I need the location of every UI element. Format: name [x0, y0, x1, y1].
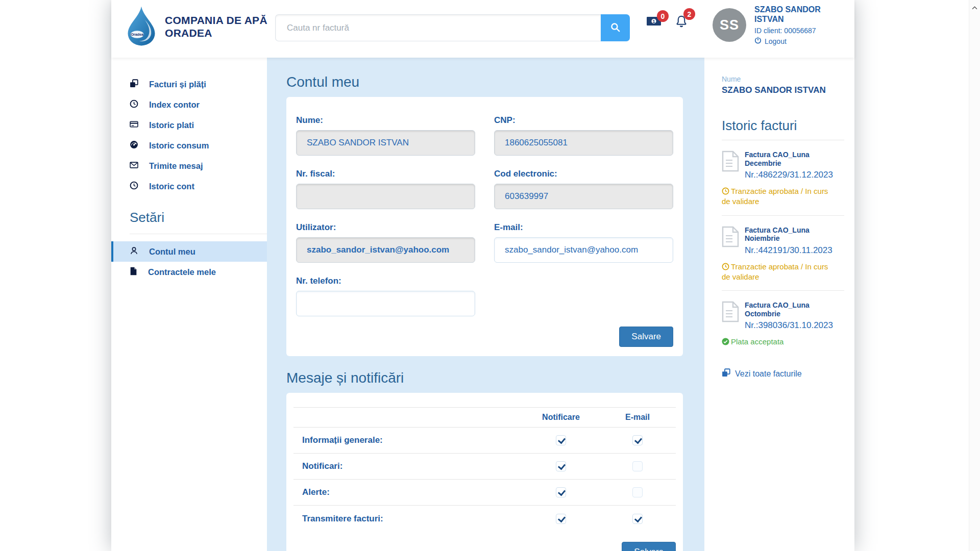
cnp-label: CNP: — [494, 115, 673, 126]
sidebar-item-contul-meu[interactable]: Contul meu — [111, 241, 267, 262]
page-scrollbar[interactable] — [969, 0, 980, 551]
table-row: Informații generale: — [293, 428, 676, 454]
sidebar-item-index-contor[interactable]: Index contor — [111, 94, 267, 115]
pending-clock-icon — [722, 263, 729, 270]
clock-icon — [130, 181, 138, 192]
user-icon — [130, 246, 138, 257]
check-circle-icon — [722, 338, 729, 345]
sidebar-item-istoric-cont[interactable]: Istoric cont — [111, 176, 267, 196]
power-icon — [754, 37, 762, 45]
pending-clock-icon — [722, 187, 729, 195]
table-row: Transmitere facturi: — [293, 506, 676, 532]
column-email: E-mail — [599, 413, 676, 422]
invoice-status: Tranzactie aprobata / In curs de validar… — [722, 186, 831, 207]
clock-icon — [130, 99, 138, 110]
invoice-doc-icon — [722, 226, 739, 256]
notifications-card: Notificare E-mail Informații generale: N… — [286, 393, 683, 551]
invoice-doc-icon — [722, 151, 739, 180]
invoices-icon — [130, 79, 138, 90]
credit-card-icon — [130, 120, 138, 131]
email-label: E-mail: — [494, 222, 673, 233]
invoice-doc-icon — [722, 301, 739, 331]
invoice-status: Tranzactie aprobata / In curs de validar… — [722, 262, 831, 283]
app-page: Oradea COMPANIA DE APĂ ORADEA — [111, 0, 854, 551]
page-title: Contul meu — [286, 74, 683, 90]
cnp-field — [494, 130, 673, 156]
document-icon — [130, 267, 137, 278]
settings-heading: Setări — [111, 210, 267, 226]
search-button[interactable] — [601, 14, 630, 41]
payments-badge: 0 — [657, 10, 669, 22]
invoice-item: Factura CAO_Luna Octombrie Nr.:398036/31… — [722, 291, 844, 355]
payments-icon[interactable]: 1 0 — [646, 16, 662, 28]
invoice-link[interactable]: Factura CAO_Luna Octombrie Nr.:398036/31… — [722, 301, 844, 331]
checkbox-transmitere-email[interactable] — [632, 514, 643, 524]
sidebar: Facturi și plăți Index contor Istoric pl… — [111, 58, 267, 551]
gauge-icon — [130, 140, 138, 151]
nume-caption: Nume — [722, 75, 844, 83]
avatar[interactable]: SS — [713, 8, 746, 42]
logout-button[interactable]: Logout — [754, 37, 839, 45]
sidebar-item-facturi-si-plati[interactable]: Facturi și plăți — [111, 74, 267, 94]
table-row: Notificari: — [293, 454, 676, 480]
invoices-icon — [722, 368, 730, 379]
nr-telefon-field[interactable] — [296, 291, 475, 316]
brand[interactable]: Oradea COMPANIA DE APĂ ORADEA — [125, 5, 267, 49]
invoice-search — [275, 14, 630, 41]
invoice-link[interactable]: Factura CAO_Luna Noiembrie Nr.:442191/30… — [722, 226, 844, 256]
checkbox-alerte-notificare[interactable] — [556, 487, 566, 497]
save-account-button[interactable]: Salvare — [619, 327, 673, 347]
see-all-invoices-link[interactable]: Vezi toate facturile — [722, 368, 844, 379]
water-drop-logo-icon: Oradea — [125, 5, 158, 49]
sidebar-item-contractele-mele[interactable]: Contractele mele — [111, 262, 267, 282]
bell-badge: 2 — [683, 8, 695, 20]
scroll-up-icon[interactable] — [972, 3, 977, 12]
table-header-row: Notificare E-mail — [293, 407, 676, 428]
notifications-title: Mesaje și notificări — [286, 370, 683, 386]
checkbox-informatii-notificare[interactable] — [556, 435, 566, 445]
search-input[interactable] — [275, 14, 601, 41]
svg-text:1: 1 — [652, 18, 655, 24]
client-id: ID client: 00056687 — [754, 27, 839, 35]
brand-title: COMPANIA DE APĂ ORADEA — [165, 14, 267, 40]
cod-electronic-label: Cod electronic: — [494, 169, 673, 179]
account-card: Nume: CNP: Nr. fiscal: Cod electronic: — [286, 97, 683, 356]
utilizator-label: Utilizator: — [296, 222, 475, 233]
invoice-history-title: Istoric facturi — [722, 118, 844, 134]
envelope-icon — [130, 161, 138, 171]
invoice-item: Factura CAO_Luna Decembrie Nr.:486229/31… — [722, 140, 844, 216]
sidebar-item-istoric-consum[interactable]: Istoric consum — [111, 135, 267, 156]
main-content: Contul meu Nume: CNP: Nr. fiscal: — [267, 58, 704, 551]
user-name: SZABO SANDOR ISTVAN — [754, 5, 839, 24]
checkbox-alerte-email[interactable] — [632, 487, 643, 497]
customer-name: SZABO SANDOR ISTVAN — [722, 85, 844, 95]
right-sidebar: Nume SZABO SANDOR ISTVAN Istoric facturi… — [704, 58, 854, 551]
user-block: SZABO SANDOR ISTVAN ID client: 00056687 … — [754, 5, 839, 45]
divider — [130, 234, 267, 234]
checkbox-informatii-email[interactable] — [632, 435, 643, 445]
column-notificare: Notificare — [523, 413, 599, 422]
utilizator-field — [296, 237, 475, 263]
nume-field — [296, 130, 475, 156]
nr-fiscal-label: Nr. fiscal: — [296, 169, 475, 179]
checkbox-notificari-email[interactable] — [632, 461, 643, 471]
save-notifications-button[interactable]: Salvare — [622, 542, 676, 551]
logo-oradea-text: Oradea — [131, 32, 144, 37]
checkbox-transmitere-notificare[interactable] — [556, 514, 566, 524]
invoice-item: Factura CAO_Luna Noiembrie Nr.:442191/30… — [722, 216, 844, 291]
invoice-link[interactable]: Factura CAO_Luna Decembrie Nr.:486229/31… — [722, 151, 844, 180]
email-field[interactable] — [494, 237, 673, 263]
bell-icon[interactable]: 2 — [675, 14, 688, 31]
cod-electronic-field — [494, 184, 673, 209]
search-icon — [610, 22, 620, 34]
nr-telefon-label: Nr. telefon: — [296, 276, 475, 286]
invoice-status: Plata acceptata — [722, 337, 831, 347]
checkbox-notificari-notificare[interactable] — [556, 461, 566, 471]
header: Oradea COMPANIA DE APĂ ORADEA — [111, 0, 854, 58]
nr-fiscal-field — [296, 184, 475, 209]
table-row: Alerte: — [293, 480, 676, 506]
nume-label: Nume: — [296, 115, 475, 126]
sidebar-item-istoric-plati[interactable]: Istoric plati — [111, 115, 267, 135]
sidebar-item-trimite-mesaj[interactable]: Trimite mesaj — [111, 156, 267, 176]
